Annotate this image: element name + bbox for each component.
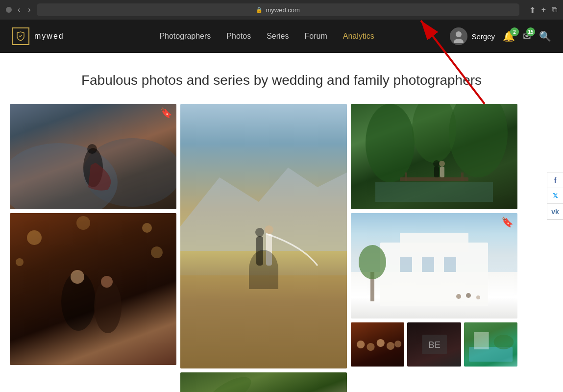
browser-forward-btn[interactable]: › bbox=[26, 5, 32, 14]
message-count: 15 bbox=[526, 27, 535, 36]
photo-grid: 🔖 bbox=[10, 104, 553, 392]
grid-col-right: 🔖 BE bbox=[351, 104, 517, 392]
logo-text: mywed bbox=[34, 32, 64, 41]
svg-rect-61 bbox=[474, 332, 489, 349]
svg-rect-19 bbox=[180, 275, 347, 368]
vk-share-button[interactable]: vk bbox=[547, 204, 563, 220]
social-sidebar: f 𝕏 vk bbox=[547, 172, 563, 220]
search-icon[interactable]: 🔍 bbox=[539, 30, 551, 42]
bookmark-mountain: 🔖 bbox=[160, 108, 172, 118]
twitter-icon: 𝕏 bbox=[553, 192, 558, 199]
svg-point-9 bbox=[27, 230, 42, 245]
svg-rect-45 bbox=[400, 257, 412, 272]
svg-rect-37 bbox=[461, 172, 464, 181]
notification-count: 2 bbox=[510, 27, 519, 36]
nav-photographers[interactable]: Photographers bbox=[159, 32, 211, 41]
svg-point-50 bbox=[456, 294, 461, 299]
small-photo-grid: BE bbox=[351, 322, 517, 367]
page-title: Fabulous photos and series by wedding an… bbox=[10, 73, 553, 88]
main-navbar: mywed Photographers Photos Series Forum … bbox=[0, 20, 563, 53]
svg-marker-18 bbox=[180, 168, 347, 251]
new-tab-icon[interactable]: + bbox=[541, 5, 546, 14]
photo-pool[interactable] bbox=[464, 322, 517, 367]
nav-forum[interactable]: Forum bbox=[305, 32, 327, 41]
user-avatar-wrap[interactable]: Sergey bbox=[450, 27, 495, 45]
nav-links: Photographers Photos Series Forum Analyt… bbox=[84, 32, 450, 41]
photo-bride-plants[interactable] bbox=[180, 372, 347, 392]
svg-point-0 bbox=[456, 31, 462, 37]
svg-point-54 bbox=[367, 343, 374, 351]
photo-dance[interactable] bbox=[10, 213, 176, 365]
photo-field[interactable] bbox=[180, 104, 347, 368]
svg-rect-20 bbox=[256, 236, 263, 266]
photo-white-building[interactable]: 🔖 bbox=[351, 213, 517, 318]
svg-point-10 bbox=[142, 223, 152, 233]
svg-point-12 bbox=[16, 258, 24, 266]
svg-point-33 bbox=[412, 104, 456, 163]
browser-back-btn[interactable]: ‹ bbox=[16, 5, 22, 14]
grid-col-left: 🔖 bbox=[10, 104, 176, 392]
notification-bell[interactable]: 🔔 2 bbox=[503, 30, 515, 42]
svg-point-56 bbox=[387, 342, 394, 350]
svg-point-41 bbox=[439, 161, 445, 167]
svg-rect-38 bbox=[434, 167, 439, 177]
share-icon[interactable]: ⬆ bbox=[529, 5, 536, 15]
avatar bbox=[450, 27, 467, 45]
nav-photos[interactable]: Photos bbox=[226, 32, 251, 41]
username: Sergey bbox=[471, 32, 495, 41]
vk-icon: vk bbox=[551, 208, 559, 216]
main-content: Fabulous photos and series by wedding an… bbox=[0, 53, 563, 392]
facebook-share-button[interactable]: f bbox=[547, 172, 563, 188]
nav-series[interactable]: Series bbox=[267, 32, 289, 41]
url-text: mywed.com bbox=[266, 6, 299, 14]
svg-point-23 bbox=[265, 225, 273, 234]
nav-right-section: Sergey 🔔 2 ✉ 15 🔍 bbox=[450, 27, 551, 45]
site-logo[interactable]: mywed bbox=[12, 27, 64, 45]
svg-rect-46 bbox=[422, 257, 434, 272]
svg-point-21 bbox=[255, 228, 264, 237]
twitter-share-button[interactable]: 𝕏 bbox=[547, 188, 563, 204]
svg-point-51 bbox=[466, 293, 471, 298]
svg-point-26 bbox=[203, 372, 256, 392]
address-bar[interactable]: 🔒 mywed.com bbox=[37, 3, 519, 16]
browser-window-controls bbox=[6, 7, 12, 13]
photo-dark-venue[interactable]: BE bbox=[407, 322, 461, 367]
svg-rect-35 bbox=[400, 177, 468, 181]
svg-point-52 bbox=[476, 295, 480, 299]
svg-point-13 bbox=[76, 216, 90, 230]
photo-forest[interactable] bbox=[351, 104, 517, 209]
svg-point-8 bbox=[87, 144, 97, 154]
svg-text:BE: BE bbox=[429, 340, 441, 350]
svg-point-49 bbox=[359, 245, 386, 279]
svg-point-17 bbox=[101, 276, 113, 288]
svg-rect-44 bbox=[400, 233, 468, 252]
logo-icon bbox=[12, 27, 29, 45]
browser-toolbar: ⬆ + ⧉ bbox=[529, 5, 557, 15]
lock-icon: 🔒 bbox=[256, 7, 263, 13]
svg-point-1 bbox=[454, 39, 464, 43]
svg-point-39 bbox=[433, 160, 440, 167]
window-close-btn[interactable] bbox=[6, 7, 12, 13]
svg-rect-47 bbox=[444, 257, 456, 272]
svg-point-62 bbox=[493, 335, 513, 349]
bookmark-building: 🔖 bbox=[501, 217, 514, 227]
browser-chrome: ‹ › 🔒 mywed.com ⬆ + ⧉ bbox=[0, 0, 563, 20]
svg-point-15 bbox=[71, 270, 84, 284]
photo-crowd[interactable] bbox=[351, 322, 404, 367]
svg-point-11 bbox=[151, 246, 163, 258]
svg-rect-40 bbox=[440, 167, 444, 177]
svg-point-57 bbox=[394, 341, 401, 347]
svg-point-32 bbox=[449, 104, 508, 177]
grid-col-center bbox=[180, 104, 347, 392]
svg-point-31 bbox=[366, 104, 415, 182]
tabs-icon[interactable]: ⧉ bbox=[552, 5, 557, 14]
svg-rect-22 bbox=[266, 234, 272, 266]
nav-analytics[interactable]: Analytics bbox=[343, 32, 374, 41]
message-icon[interactable]: ✉ 15 bbox=[523, 30, 531, 42]
facebook-icon: f bbox=[554, 176, 557, 184]
photo-mountain[interactable]: 🔖 bbox=[10, 104, 176, 209]
svg-point-55 bbox=[377, 339, 385, 347]
svg-point-53 bbox=[357, 341, 365, 348]
svg-rect-34 bbox=[375, 182, 493, 202]
svg-rect-36 bbox=[405, 172, 407, 181]
